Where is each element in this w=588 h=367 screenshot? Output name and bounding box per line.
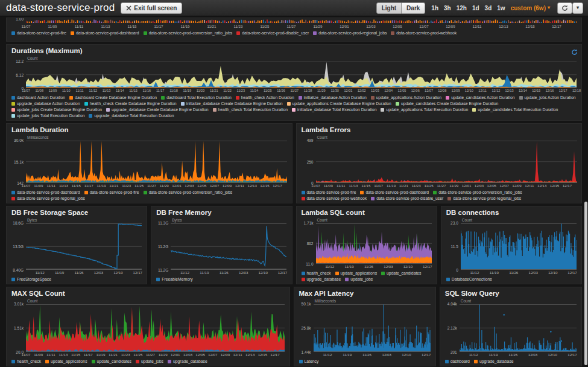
- legend-item[interactable]: health_check Action Duration: [236, 95, 294, 100]
- legend-chip: [335, 272, 339, 275]
- chart-plot[interactable]: Bytes: [171, 223, 286, 270]
- legend-item[interactable]: dashboard Total Execution Duration: [161, 95, 232, 100]
- legend-item[interactable]: update_applications: [45, 359, 87, 364]
- range-1d[interactable]: 1d: [472, 5, 479, 11]
- legend-item[interactable]: DatabaseConnections: [446, 276, 492, 282]
- x-tick: 11/21: [399, 183, 408, 188]
- legend-item[interactable]: update_applications: [335, 270, 377, 276]
- plot-column: Bytes 11/1211/1911/2612/0312/1012/17: [26, 223, 142, 275]
- x-tick: 12/07: [499, 183, 508, 188]
- legend-item[interactable]: data-store-service-prod-webhook: [302, 196, 367, 201]
- chart-plot[interactable]: Count: [26, 304, 285, 352]
- legend-item[interactable]: initialize_database Create Database Engi…: [181, 101, 283, 106]
- legend-item[interactable]: upgrade_database: [168, 359, 207, 364]
- panel-title: Lambda Duration: [7, 124, 292, 134]
- chart-plot[interactable]: [26, 19, 577, 24]
- legend-item[interactable]: data-store-service-prod-dashboard: [11, 190, 80, 195]
- chart-plot[interactable]: Bytes: [26, 223, 142, 270]
- legend-item[interactable]: health_check Create Database Engine Dura…: [84, 101, 177, 106]
- legend-item[interactable]: data-store-service-prod-regional_jobs: [11, 196, 85, 201]
- legend-item[interactable]: health_check: [302, 270, 331, 276]
- legend-item[interactable]: update_candidates Create Database Engine…: [396, 101, 498, 106]
- legend-item[interactable]: update_jobs: [345, 276, 373, 282]
- legend-item[interactable]: dashboard Create Database Engine Duratio…: [69, 95, 157, 100]
- legend-item[interactable]: data-store-service-prod-fire: [302, 190, 356, 195]
- legend-item[interactable]: update_candidates: [381, 270, 421, 276]
- legend-item[interactable]: upgrade_database: [302, 276, 341, 282]
- legend-item[interactable]: FreeableMemory: [156, 276, 192, 282]
- legend-item[interactable]: upgrade_database Action Duration: [11, 101, 80, 106]
- legend-item[interactable]: data-store-service-prod-disable_user: [236, 30, 309, 36]
- y-tick: 1.71k: [304, 221, 314, 225]
- chart-plot[interactable]: Milliseconds: [314, 304, 431, 352]
- legend-item[interactable]: update_jobs: [136, 359, 163, 364]
- chart-plot[interactable]: Milliseconds: [26, 140, 287, 183]
- legend-item[interactable]: data-store-service-prod-fire: [11, 30, 66, 36]
- y-tick: 50.1k: [302, 302, 311, 306]
- legend-item[interactable]: dashboard: [445, 359, 470, 364]
- legend-item[interactable]: data-store-service-prod-webhook: [391, 30, 457, 36]
- legend-item[interactable]: data-store-service-prod-fire: [84, 190, 139, 195]
- chart-plot[interactable]: Count: [316, 223, 432, 264]
- legend-item[interactable]: data-store-service-prod-dashboard: [71, 30, 139, 36]
- legend-item[interactable]: Latency: [299, 359, 319, 364]
- x-tick: 11/15: [361, 183, 370, 188]
- y-axis-unit: Count: [462, 218, 472, 222]
- legend-item[interactable]: update_jobs Create Database Engine Durat…: [11, 107, 102, 112]
- theme-dark-button[interactable]: Dark: [402, 2, 425, 14]
- x-tick: 12/04: [384, 89, 393, 92]
- theme-light-button[interactable]: Light: [376, 2, 402, 14]
- panel-top-activity: 1.00 11/0711/0911/1111/1311/1511/1711/19…: [6, 18, 582, 42]
- legend-label: data-store-service-prod-fire: [307, 190, 356, 195]
- range-3h[interactable]: 3h: [444, 5, 451, 11]
- legend-item[interactable]: data-store-service-prod-regional_jobs: [313, 30, 387, 36]
- legend-item[interactable]: initialize_database Action Duration: [299, 95, 367, 100]
- x-tick: 11/19: [183, 89, 191, 92]
- legend-item[interactable]: upgrade_database: [474, 359, 514, 364]
- legend-item[interactable]: update_candidates: [92, 359, 131, 364]
- legend-item[interactable]: update_applications Action Duration: [371, 95, 441, 100]
- custom-range-dropdown[interactable]: custom (6w) ▾: [511, 5, 550, 11]
- y-tick: 0: [456, 268, 458, 272]
- legend-item[interactable]: update_candidates Action Duration: [446, 95, 514, 100]
- legend-item[interactable]: update_jobs Total Execution Duration: [11, 113, 84, 118]
- range-12h[interactable]: 12h: [457, 5, 467, 11]
- legend-chip: [236, 31, 240, 35]
- legend-item[interactable]: FreeStorageSpace: [11, 276, 51, 282]
- legend-item[interactable]: health_check Total Execution Duration: [213, 107, 288, 112]
- legend-item[interactable]: data-store-service-prod-conversion_ratio…: [433, 190, 522, 195]
- range-1w[interactable]: 1w: [497, 5, 505, 11]
- legend-item[interactable]: update_candidates Total Execution Durati…: [472, 107, 558, 112]
- range-1h[interactable]: 1h: [431, 5, 438, 11]
- legend-label: update_candidates Create Database Engine…: [401, 101, 498, 106]
- scrollbar[interactable]: [584, 202, 587, 365]
- legend-item[interactable]: update_applications Total Execution Dura…: [381, 107, 468, 112]
- panel-refresh-icon[interactable]: [571, 47, 578, 54]
- chart-plot[interactable]: Count: [460, 304, 577, 352]
- legend-item[interactable]: update_applications Create Database Engi…: [287, 101, 391, 106]
- chart-area: 50.1k25.8k1.44k Milliseconds 11/1211/191…: [296, 304, 431, 357]
- legend-item[interactable]: upgrade_database Create Database Engine …: [106, 107, 209, 112]
- refresh-options-button[interactable]: ▾: [572, 2, 583, 14]
- legend-item[interactable]: health_check: [11, 359, 41, 364]
- legend-item[interactable]: update_jobs Action Duration: [519, 95, 576, 100]
- range-3d[interactable]: 3d: [485, 5, 492, 11]
- x-tick: 12/03: [528, 353, 537, 357]
- refresh-button[interactable]: [557, 2, 572, 14]
- legend-item[interactable]: dashboard Action Duration: [11, 95, 65, 100]
- x-tick: 12/13: [505, 89, 514, 92]
- chart-plot[interactable]: Count: [26, 61, 577, 88]
- legend-item[interactable]: data-store-service-prod-regional_jobs: [447, 196, 521, 201]
- legend-item[interactable]: data-store-service-prod-disable_user: [371, 196, 443, 201]
- legend-item[interactable]: data-store-service-prod-conversion_ratio…: [144, 190, 233, 195]
- legend-item[interactable]: data-store-service-prod-conversion_ratio…: [144, 30, 233, 36]
- y-tick: 1.00: [16, 18, 24, 21]
- x-tick: 11/27: [146, 353, 155, 357]
- legend-item[interactable]: data-store-service-prod-dashboard: [360, 190, 429, 195]
- chart-plot[interactable]: Count: [316, 140, 577, 183]
- chart-plot[interactable]: Count: [461, 223, 577, 270]
- x-axis: 11/0711/0911/1111/1311/1511/1711/1911/21…: [316, 183, 577, 188]
- legend-item[interactable]: upgrade_database Total Execution Duratio…: [89, 113, 174, 118]
- legend-item[interactable]: initialize_database Total Execution Dura…: [292, 107, 376, 112]
- exit-fullscreen-button[interactable]: Exit full screen: [121, 2, 182, 14]
